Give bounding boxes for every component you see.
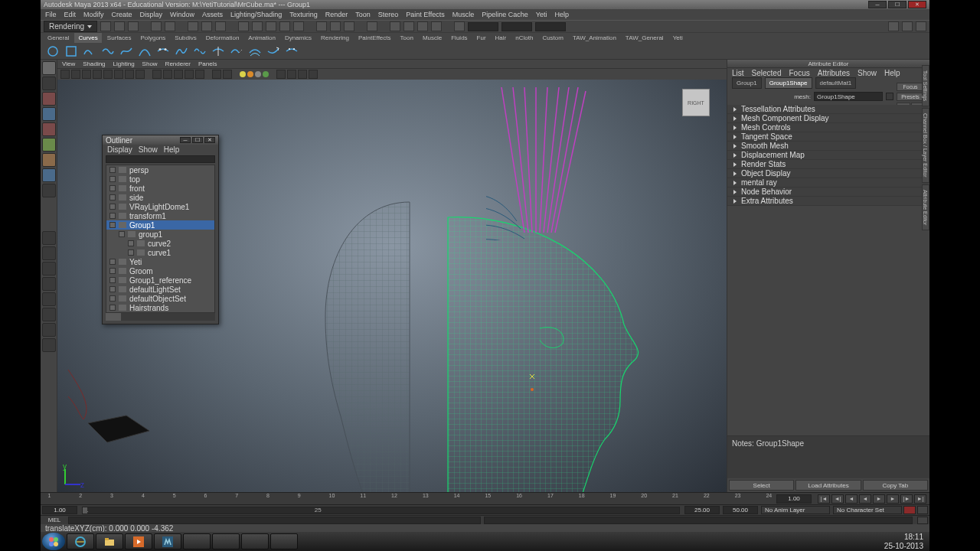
vp-film-gate-icon[interactable] xyxy=(103,70,113,79)
outliner-item[interactable]: defaultObjectSet xyxy=(106,294,214,303)
rebuild-curve-icon[interactable] xyxy=(284,44,299,58)
menu-pipelinecache[interactable]: Pipeline Cache xyxy=(482,11,528,18)
shelf-tab-yeti[interactable]: Yeti xyxy=(669,33,687,43)
menu-stereo[interactable]: Stereo xyxy=(378,11,399,18)
vp-isolate-icon[interactable] xyxy=(212,70,221,79)
outliner-item[interactable]: front xyxy=(106,184,214,193)
open-file-icon[interactable] xyxy=(114,21,125,31)
attr-menu-focus[interactable]: Focus xyxy=(789,69,809,77)
show-manip-tool[interactable] xyxy=(42,184,56,197)
presets-button[interactable]: Presets xyxy=(897,93,924,101)
outliner-item[interactable]: curve2 xyxy=(106,239,214,248)
select-mode-icon[interactable] xyxy=(188,21,198,31)
snap-live-icon[interactable] xyxy=(293,21,304,31)
attach-curve-icon[interactable] xyxy=(174,44,189,58)
menu-edit[interactable]: Edit xyxy=(64,11,77,18)
quick-select-2-icon[interactable] xyxy=(403,21,414,31)
taskbar-app3-icon[interactable] xyxy=(241,533,269,549)
vp-safe-action-icon[interactable] xyxy=(125,70,134,79)
shelf-tab-general[interactable]: General xyxy=(44,33,73,43)
vp-res-gate-icon[interactable] xyxy=(114,70,123,79)
menu-yeti[interactable]: Yeti xyxy=(536,11,547,18)
char-set-dropdown[interactable]: No Character Set xyxy=(833,506,902,514)
go-end-icon[interactable]: ►| xyxy=(914,494,926,504)
menu-window[interactable]: Window xyxy=(170,11,194,18)
viewcube[interactable]: RIGHT xyxy=(682,89,710,116)
sidebar-toggle-2-icon[interactable] xyxy=(902,21,913,31)
outliner-item[interactable]: Group1 xyxy=(106,220,214,230)
vp-wireframe-icon[interactable] xyxy=(152,70,162,79)
shelf-tab-dynamics[interactable]: Dynamics xyxy=(281,33,315,43)
layout-persp-icon[interactable] xyxy=(42,323,56,337)
shelf-tab-fluids[interactable]: Fluids xyxy=(447,33,471,43)
taskbar-media-icon[interactable] xyxy=(125,533,152,549)
lock-icon[interactable] xyxy=(886,93,893,100)
expand-icon[interactable] xyxy=(109,176,116,182)
expand-icon[interactable] xyxy=(109,259,116,265)
outliner-item[interactable]: Hairstrands xyxy=(106,303,214,312)
outliner-hscroll[interactable] xyxy=(106,313,215,321)
step-fwd-key-icon[interactable]: |► xyxy=(900,494,913,504)
shelf-tab-tawgeneral[interactable]: TAW_General xyxy=(622,33,668,43)
paint-select-icon[interactable] xyxy=(215,21,226,31)
quick-select-3-icon[interactable] xyxy=(417,21,428,31)
vp-menu-view[interactable]: View xyxy=(62,60,75,67)
reverse-curve-icon[interactable] xyxy=(266,44,281,58)
expand-icon[interactable] xyxy=(109,222,116,228)
soft-tool[interactable] xyxy=(42,168,56,182)
nurbs-circle-icon[interactable] xyxy=(45,44,60,58)
numeric-input-c[interactable] xyxy=(535,22,566,31)
range-total-field[interactable]: 50.00 xyxy=(723,506,758,514)
outliner-item[interactable]: Yeti xyxy=(106,257,214,266)
shelf-tab-rendering[interactable]: Rendering xyxy=(317,33,353,43)
vp-select-camera-icon[interactable] xyxy=(60,70,70,79)
quick-select-4-icon[interactable] xyxy=(431,21,442,31)
vp-motion-trail-icon[interactable] xyxy=(287,70,296,79)
menu-assets[interactable]: Assets xyxy=(202,11,223,18)
paint-tool[interactable] xyxy=(42,92,56,106)
attr-tab[interactable]: defaultMat1 xyxy=(815,77,857,89)
attr-menu-help[interactable]: Help xyxy=(884,69,900,77)
expand-icon[interactable] xyxy=(109,185,116,191)
step-back-key-icon[interactable]: ◄| xyxy=(831,494,844,504)
undo-icon[interactable] xyxy=(151,21,162,31)
expand-icon[interactable] xyxy=(128,240,134,246)
vp-image-plane-icon[interactable] xyxy=(82,70,91,79)
sidebar-toggle-3-icon[interactable] xyxy=(916,21,926,31)
minimize-button[interactable]: ─ xyxy=(868,1,887,8)
attr-section[interactable]: Render Stats xyxy=(727,160,929,169)
add-points-icon[interactable] xyxy=(155,44,171,58)
outliner-item[interactable]: group1 xyxy=(106,230,214,239)
pencil-curve-icon[interactable] xyxy=(119,44,134,58)
layout-three-left-icon[interactable] xyxy=(42,308,56,321)
expand-icon[interactable] xyxy=(128,249,134,256)
close-button[interactable]: ✕ xyxy=(908,1,926,8)
step-back-icon[interactable]: ◄ xyxy=(845,494,858,504)
snap-point-icon[interactable] xyxy=(266,21,276,31)
shelf-tab-tawanimation[interactable]: TAW_Animation xyxy=(569,33,620,43)
side-tab[interactable]: Tool Settings xyxy=(922,65,929,106)
start-button[interactable] xyxy=(42,533,65,550)
expand-icon[interactable] xyxy=(109,204,116,210)
expand-icon[interactable] xyxy=(109,295,116,302)
layout-two-side-icon[interactable] xyxy=(42,262,56,276)
expand-icon[interactable] xyxy=(109,167,116,173)
render-icon[interactable] xyxy=(330,21,341,31)
vp-shaded-icon[interactable] xyxy=(163,70,172,79)
notes-field[interactable]: Notes: Group1Shape xyxy=(727,435,929,478)
outliner-item[interactable]: persp xyxy=(106,165,214,174)
script-editor-icon[interactable] xyxy=(917,517,928,524)
side-tab[interactable]: Channel Box / Layer Editor xyxy=(922,108,929,183)
outliner-item[interactable]: curve1 xyxy=(106,248,214,257)
attr-section[interactable]: Smooth Mesh xyxy=(727,142,929,151)
new-file-icon[interactable] xyxy=(100,21,111,31)
attr-section[interactable]: mental ray xyxy=(727,178,929,187)
nurbs-square-icon[interactable] xyxy=(64,44,79,58)
quick-select-1-icon[interactable] xyxy=(390,21,400,31)
attr-section[interactable]: Displacement Map xyxy=(727,151,929,160)
anim-layer-dropdown[interactable]: No Anim Layer xyxy=(761,506,830,514)
vp-menu-show[interactable]: Show xyxy=(142,60,158,67)
select-tool[interactable] xyxy=(42,61,56,75)
lasso-icon[interactable] xyxy=(201,21,212,31)
shelf-tab-polygons[interactable]: Polygons xyxy=(136,33,169,43)
